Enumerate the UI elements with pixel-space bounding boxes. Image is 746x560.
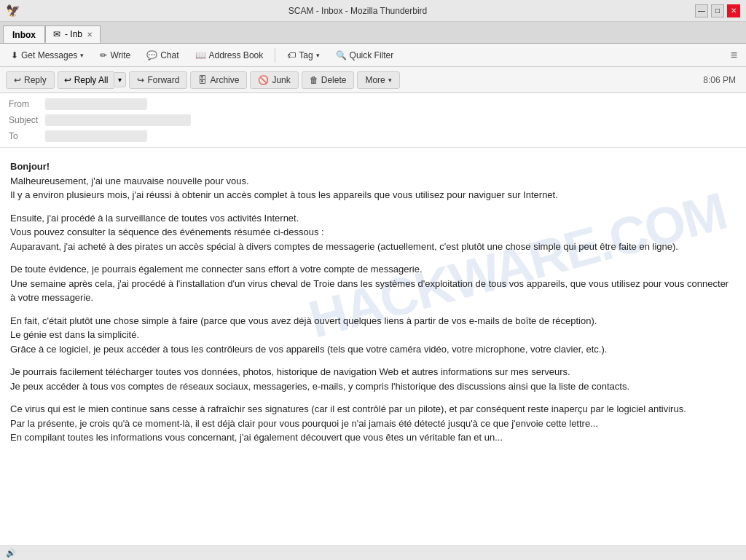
delete-label: Delete (321, 75, 347, 85)
tag-button[interactable]: 🏷 Tag ▾ (280, 47, 326, 63)
close-button[interactable]: ✕ (727, 4, 740, 17)
email-time: 8:06 PM (703, 75, 740, 85)
email-line-4: Ensuite, j'ai procédé à la surveillance … (10, 211, 736, 226)
reply-button[interactable]: ↩ Reply (6, 71, 55, 89)
window-controls: — □ ✕ (695, 4, 740, 17)
email-line-8: Une semaine après cela, j'ai procédé à l… (10, 277, 736, 305)
titlebar: 🦅 SCAM - Inbox - Mozilla Thunderbird — □… (0, 0, 746, 22)
toolbar-separator (275, 48, 275, 63)
filter-icon: 🔍 (336, 50, 347, 60)
statusbar: 🔊 (0, 545, 746, 560)
to-row: To (9, 128, 737, 144)
email-line-7: De toute évidence, je pourrais également… (10, 262, 736, 277)
email-content: Bonjour! Malheureusement, j'ai une mauva… (10, 159, 736, 445)
delete-button[interactable]: 🗑 Delete (302, 71, 355, 89)
address-book-icon: 📖 (195, 50, 206, 60)
get-messages-icon: ⬇ (11, 50, 18, 60)
action-toolbar: ↩ Reply ↩ Reply All ▾ ↪ Forward 🗄 Archiv… (0, 67, 746, 93)
status-icon: 🔊 (6, 548, 16, 558)
subject-value (45, 114, 191, 126)
write-label: Write (110, 50, 130, 60)
tab-email[interactable]: ✉ - Inb ✕ (45, 25, 101, 43)
address-book-button[interactable]: 📖 Address Book (189, 47, 270, 63)
toolbar-menu-button[interactable]: ≡ (726, 47, 742, 64)
email-line-14: Ce virus qui est le mien continue sans c… (10, 402, 736, 417)
minimize-button[interactable]: — (695, 4, 708, 17)
write-icon: ✏ (100, 50, 107, 60)
maximize-button[interactable]: □ (711, 4, 724, 17)
inbox-tab-label: Inbox (12, 30, 36, 40)
window-title: SCAM - Inbox - Mozilla Thunderbird (20, 6, 695, 16)
titlebar-left: 🦅 (6, 4, 20, 17)
email-tab-icon: ✉ (53, 29, 60, 39)
tab-close-button[interactable]: ✕ (87, 31, 93, 39)
reply-icon: ↩ (14, 75, 21, 85)
quick-filter-button[interactable]: 🔍 Quick Filter (329, 47, 401, 63)
to-value (45, 130, 147, 142)
get-messages-label: Get Messages (21, 50, 77, 60)
reply-all-label: Reply All (74, 75, 109, 85)
reply-label: Reply (24, 75, 47, 85)
archive-label: Archive (210, 75, 239, 85)
email-line-6: Auparavant, j'ai acheté à des pirates un… (10, 240, 736, 254)
email-line-1: Bonjour! (10, 159, 736, 174)
forward-label: Forward (147, 75, 179, 85)
tabbar: Inbox ✉ - Inb ✕ (0, 22, 746, 44)
from-row: From (9, 96, 737, 112)
reply-all-dropdown-button[interactable]: ▾ (114, 72, 126, 87)
email-line-11: Grâce à ce logiciel, je peux accéder à t… (10, 342, 736, 357)
from-label: From (9, 99, 45, 109)
email-line-9: En fait, c'était plutôt une chose simple… (10, 314, 736, 328)
forward-icon: ↪ (137, 75, 144, 85)
write-button[interactable]: ✏ Write (93, 47, 137, 63)
email-body: HACKWARE.COM Bonjour! Malheureusement, j… (0, 148, 746, 560)
junk-icon: 🚫 (258, 75, 269, 85)
reply-all-icon: ↩ (64, 75, 71, 85)
quick-filter-label: Quick Filter (350, 50, 394, 60)
email-line-10: Le génie est dans la simplicité. (10, 328, 736, 342)
reply-all-split-button: ↩ Reply All ▾ (58, 71, 127, 89)
tab-inbox[interactable]: Inbox (3, 25, 45, 43)
chat-icon: 💬 (146, 50, 157, 60)
email-line-2: Malheureusement, j'ai une mauvaise nouve… (10, 174, 736, 189)
subject-row: Subject (9, 112, 737, 128)
tag-dropdown-icon: ▾ (316, 52, 320, 59)
chat-label: Chat (160, 50, 178, 60)
email-line-13: Je peux accéder à tous vos comptes de ré… (10, 379, 736, 394)
email-line-3: Il y a environ plusieurs mois, j'ai réus… (10, 188, 736, 202)
tag-icon: 🏷 (287, 50, 296, 60)
more-label: More (365, 75, 385, 85)
from-value (45, 98, 147, 110)
to-label: To (9, 131, 45, 141)
more-button[interactable]: More ▾ (357, 71, 399, 89)
subject-label: Subject (9, 115, 45, 125)
get-messages-dropdown-icon: ▾ (80, 52, 84, 59)
app-logo-icon: 🦅 (6, 4, 20, 17)
archive-icon: 🗄 (198, 75, 207, 85)
address-book-label: Address Book (209, 50, 264, 60)
email-line-12: Je pourrais facilement télécharger toute… (10, 365, 736, 379)
junk-label: Junk (272, 75, 290, 85)
forward-button[interactable]: ↪ Forward (129, 71, 187, 89)
email-tab-label: - Inb (65, 29, 82, 39)
more-dropdown-icon: ▾ (388, 76, 392, 84)
chat-button[interactable]: 💬 Chat (140, 47, 185, 63)
main-toolbar: ⬇ Get Messages ▾ ✏ Write 💬 Chat 📖 Addres… (0, 44, 746, 67)
tag-label: Tag (299, 50, 313, 60)
delete-icon: 🗑 (310, 75, 318, 85)
archive-button[interactable]: 🗄 Archive (190, 71, 247, 89)
junk-button[interactable]: 🚫 Junk (250, 71, 298, 89)
email-line-15: Par la présente, je crois qu'à ce moment… (10, 417, 736, 431)
email-header: From Subject To (0, 93, 746, 148)
reply-all-button[interactable]: ↩ Reply All (58, 71, 114, 89)
get-messages-button[interactable]: ⬇ Get Messages ▾ (4, 47, 90, 63)
email-line-5: Vous pouvez consulter la séquence des év… (10, 225, 736, 240)
email-line-16: En compilant toutes les informations vou… (10, 430, 736, 445)
